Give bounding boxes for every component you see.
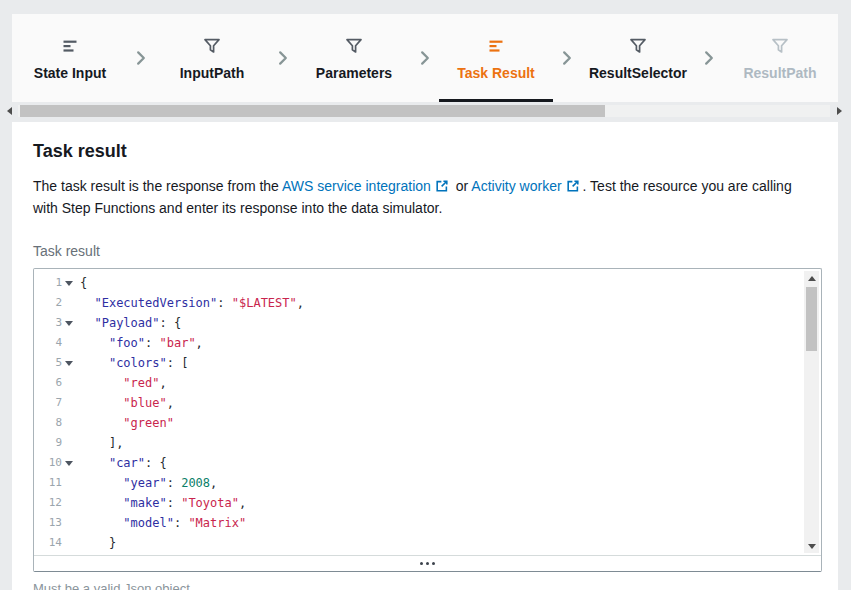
code-line[interactable]: 7 "blue", bbox=[34, 393, 821, 413]
scroll-up-arrow-icon[interactable] bbox=[804, 271, 819, 285]
line-number: 8 bbox=[34, 413, 62, 433]
resize-dots-icon bbox=[426, 562, 429, 565]
state-lines-icon bbox=[486, 36, 506, 56]
stepper-item-resultselector[interactable]: ResultSelector bbox=[580, 14, 696, 102]
code-text: { bbox=[80, 273, 87, 293]
stepper-horizontal-scrollbar[interactable] bbox=[4, 104, 844, 118]
code-line[interactable]: 6 "red", bbox=[34, 373, 821, 393]
stepper-item-label: ResultPath bbox=[743, 65, 816, 81]
stepper-item-task-result[interactable]: Task Result bbox=[438, 14, 554, 102]
code-line[interactable]: 1{ bbox=[34, 273, 821, 293]
code-text: "colors": [ bbox=[80, 353, 188, 373]
code-line[interactable]: 8 "green" bbox=[34, 413, 821, 433]
code-editor-content[interactable]: 1{2 "ExecutedVersion": "$LATEST",3 "Payl… bbox=[34, 269, 821, 555]
editor-vertical-scrollbar[interactable] bbox=[804, 271, 819, 553]
line-number: 5 bbox=[34, 353, 62, 373]
line-number: 1 bbox=[34, 273, 62, 293]
line-number: 2 bbox=[34, 293, 62, 313]
chevron-right-icon bbox=[132, 49, 150, 67]
stepper-separator bbox=[270, 14, 296, 102]
data-flow-simulator-page: State InputInputPathParametersTask Resul… bbox=[0, 0, 851, 590]
code-editor[interactable]: 1{2 "ExecutedVersion": "$LATEST",3 "Payl… bbox=[33, 268, 822, 572]
code-line[interactable]: 11 "year": 2008, bbox=[34, 473, 821, 493]
code-line[interactable]: 14 } bbox=[34, 533, 821, 553]
code-text: "year": 2008, bbox=[80, 473, 217, 493]
code-line[interactable]: 3 "Payload": { bbox=[34, 313, 821, 333]
line-number: 10 bbox=[34, 453, 62, 473]
code-text: } bbox=[80, 533, 116, 553]
code-text: "make": "Toyota", bbox=[80, 493, 246, 513]
horizontal-scrollbar-thumb[interactable] bbox=[20, 105, 605, 117]
code-text: "foo": "bar", bbox=[80, 333, 203, 353]
code-text: "ExecutedVersion": "$LATEST", bbox=[80, 293, 304, 313]
external-link-icon bbox=[566, 179, 580, 193]
state-lines-icon bbox=[60, 36, 80, 56]
line-number: 12 bbox=[34, 493, 62, 513]
link-activity-worker[interactable]: Activity worker bbox=[471, 178, 561, 194]
horizontal-scrollbar-track[interactable] bbox=[18, 105, 830, 117]
chevron-right-icon bbox=[416, 49, 434, 67]
line-number: 3 bbox=[34, 313, 62, 333]
stepper-item-label: Parameters bbox=[316, 65, 392, 81]
stepper-item-parameters[interactable]: Parameters bbox=[296, 14, 412, 102]
description: The task result is the response from the… bbox=[33, 175, 815, 219]
funnel-icon bbox=[770, 36, 790, 56]
task-result-panel: Task result The task result is the respo… bbox=[12, 122, 838, 590]
code-line[interactable]: 10 "car": { bbox=[34, 453, 821, 473]
stepper-separator bbox=[128, 14, 154, 102]
page-title: Task result bbox=[33, 141, 817, 162]
code-text: "green" bbox=[80, 413, 174, 433]
stepper-item-state-input[interactable]: State Input bbox=[12, 14, 128, 102]
editor-field-label: Task result bbox=[33, 243, 817, 259]
code-text: "red", bbox=[80, 373, 167, 393]
funnel-icon bbox=[344, 36, 364, 56]
funnel-icon bbox=[628, 36, 648, 56]
validation-hint: Must be a valid Json object. bbox=[33, 581, 817, 590]
chevron-right-icon bbox=[700, 49, 718, 67]
code-line[interactable]: 12 "make": "Toyota", bbox=[34, 493, 821, 513]
code-line[interactable]: 2 "ExecutedVersion": "$LATEST", bbox=[34, 293, 821, 313]
stepper-separator bbox=[554, 14, 580, 102]
funnel-icon bbox=[202, 36, 222, 56]
stepper-item-inputpath[interactable]: InputPath bbox=[154, 14, 270, 102]
stepper-item-label: ResultSelector bbox=[589, 65, 687, 81]
code-line[interactable]: 9 ], bbox=[34, 433, 821, 453]
code-text: "car": { bbox=[80, 453, 167, 473]
code-line[interactable]: 13 "model": "Matrix" bbox=[34, 513, 821, 533]
fold-toggle-icon[interactable] bbox=[62, 321, 76, 326]
stepper-item-resultpath: ResultPath bbox=[722, 14, 838, 102]
code-line[interactable]: 4 "foo": "bar", bbox=[34, 333, 821, 353]
fold-toggle-icon[interactable] bbox=[62, 461, 76, 466]
link-aws-service-integration[interactable]: AWS service integration bbox=[282, 178, 431, 194]
stepper: State InputInputPathParametersTask Resul… bbox=[12, 14, 838, 102]
stepper-item-label: InputPath bbox=[180, 65, 245, 81]
line-number: 13 bbox=[34, 513, 62, 533]
line-number: 6 bbox=[34, 373, 62, 393]
external-link-icon bbox=[435, 179, 449, 193]
resize-dots-icon bbox=[420, 562, 423, 565]
fold-toggle-icon[interactable] bbox=[62, 361, 76, 366]
stepper-separator bbox=[696, 14, 722, 102]
line-number: 9 bbox=[34, 433, 62, 453]
fold-toggle-icon[interactable] bbox=[62, 281, 76, 286]
line-number: 11 bbox=[34, 473, 62, 493]
chevron-right-icon bbox=[558, 49, 576, 67]
stepper-item-label: Task Result bbox=[457, 65, 535, 81]
code-text: "blue", bbox=[80, 393, 174, 413]
line-number: 7 bbox=[34, 393, 62, 413]
resize-dots-icon bbox=[432, 562, 435, 565]
code-text: "model": "Matrix" bbox=[80, 513, 246, 533]
line-number: 14 bbox=[34, 533, 62, 553]
stepper-item-label: State Input bbox=[34, 65, 106, 81]
line-number: 4 bbox=[34, 333, 62, 353]
vertical-scrollbar-track[interactable] bbox=[804, 285, 819, 539]
editor-resize-handle[interactable] bbox=[34, 555, 821, 571]
scroll-right-arrow-icon[interactable] bbox=[834, 106, 844, 116]
code-text: "Payload": { bbox=[80, 313, 181, 333]
code-line[interactable]: 5 "colors": [ bbox=[34, 353, 821, 373]
code-text: ], bbox=[80, 433, 123, 453]
vertical-scrollbar-thumb[interactable] bbox=[806, 287, 817, 351]
scroll-left-arrow-icon[interactable] bbox=[4, 106, 14, 116]
chevron-right-icon bbox=[274, 49, 292, 67]
scroll-down-arrow-icon[interactable] bbox=[804, 539, 819, 553]
